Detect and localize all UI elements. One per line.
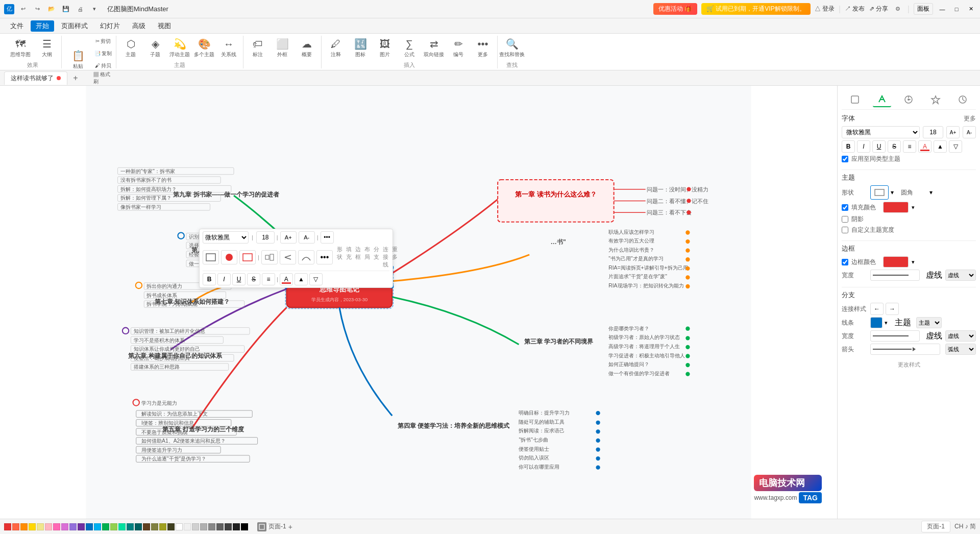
- palette-color-white[interactable]: [176, 523, 183, 530]
- float-align[interactable]: ≡: [262, 273, 275, 285]
- more-insert-button[interactable]: ••• 更多: [472, 36, 494, 60]
- vip-button[interactable]: 🛒 试用已到期，开通VIP解锁限制。: [701, 3, 811, 15]
- menu-page-style[interactable]: 页面样式: [56, 20, 93, 32]
- float-branch[interactable]: [280, 250, 296, 264]
- float-strikethrough[interactable]: S: [247, 273, 260, 285]
- panel-task-icon[interactable]: [899, 92, 918, 107]
- menu-file[interactable]: 文件: [5, 20, 29, 32]
- panel-font-dec[interactable]: A-: [963, 126, 976, 138]
- palette-color-gray[interactable]: [200, 523, 207, 530]
- custom-width-checkbox[interactable]: [842, 227, 848, 233]
- palette-color-yellow[interactable]: [29, 523, 36, 530]
- line-color-swatch[interactable]: [870, 317, 883, 328]
- outline-view-button[interactable]: ☰ 大纲: [36, 36, 58, 60]
- palette-color-olive[interactable]: [151, 523, 158, 530]
- palette-color-blue[interactable]: [86, 523, 93, 530]
- palette-color-darkgreen[interactable]: [167, 523, 175, 530]
- line-color-dropdown[interactable]: ▾: [885, 320, 888, 326]
- line-theme-select[interactable]: 主题: [916, 317, 942, 328]
- maximize-button[interactable]: □: [951, 4, 962, 14]
- float-more[interactable]: •••: [321, 231, 334, 244]
- note-button[interactable]: 🖊 注释: [325, 36, 347, 60]
- fill-color-checkbox[interactable]: [842, 204, 848, 211]
- palette-color-black[interactable]: [241, 523, 248, 530]
- bilink-button[interactable]: ⇄ 双向链接: [423, 36, 445, 60]
- palette-color-red[interactable]: [4, 523, 11, 530]
- paste-button[interactable]: 📋 粘贴: [65, 47, 91, 72]
- panel-favorite-icon[interactable]: [926, 92, 945, 107]
- float-bold[interactable]: B: [203, 273, 216, 285]
- palette-color-khaki[interactable]: [37, 523, 44, 530]
- panel-effect-btn[interactable]: ▽: [949, 140, 962, 153]
- panel-format-icon[interactable]: [846, 92, 864, 107]
- float-border[interactable]: [239, 250, 256, 264]
- float-font-size[interactable]: [256, 231, 275, 244]
- page-add[interactable]: +: [288, 523, 292, 531]
- float-font-dec[interactable]: A-: [299, 231, 315, 244]
- minimize-button[interactable]: —: [937, 4, 947, 14]
- format-paint-button[interactable]: 🖌 持贝: [93, 60, 113, 71]
- border-style-select[interactable]: 虚线: [945, 270, 976, 281]
- close-button[interactable]: ✕: [966, 4, 976, 14]
- find-replace-button[interactable]: 🔍 查找和替换: [501, 36, 523, 60]
- titlebar-print[interactable]: 🖨: [75, 4, 86, 15]
- font-more-link[interactable]: 更多: [964, 114, 976, 123]
- float-triangle[interactable]: ▽: [309, 273, 323, 285]
- tab-add-button[interactable]: +: [69, 72, 82, 84]
- palette-color-orange-red[interactable]: [12, 523, 19, 530]
- number-button[interactable]: ✏ 编号: [447, 36, 470, 60]
- palette-color-mediumpurple[interactable]: [69, 523, 77, 530]
- publish-button[interactable]: ↗ 发布: [845, 5, 865, 13]
- panel-toggle[interactable]: 面板: [914, 3, 933, 15]
- panel-italic[interactable]: I: [857, 140, 870, 153]
- arrow-style-select[interactable]: 弧线: [945, 344, 976, 355]
- panel-time-icon[interactable]: [953, 92, 972, 107]
- palette-color-verydark[interactable]: [225, 523, 232, 530]
- palette-color-orange[interactable]: [20, 523, 28, 530]
- multi-topic-button[interactable]: 🎨 多个主题: [193, 36, 215, 60]
- subtopic-button[interactable]: ◈ 子题: [144, 36, 166, 60]
- panel-font-size[interactable]: [923, 126, 943, 138]
- float-more2[interactable]: •••: [316, 250, 333, 264]
- topic-button[interactable]: ⬡ 主题: [119, 36, 142, 60]
- titlebar-redo[interactable]: ↪: [32, 4, 43, 15]
- palette-color-nearblack[interactable]: [233, 523, 240, 530]
- panel-strikethrough[interactable]: S: [888, 140, 901, 153]
- menu-start[interactable]: 开始: [31, 20, 54, 32]
- panel-style-icon[interactable]: [873, 92, 891, 107]
- mindmap-view-button[interactable]: 🗺 思维导图: [7, 36, 34, 60]
- relation-button[interactable]: ↔ 关系线: [217, 36, 240, 60]
- copy-button[interactable]: 📑 复制: [93, 48, 113, 59]
- float-italic[interactable]: I: [217, 273, 231, 285]
- titlebar-save[interactable]: 💾: [60, 4, 71, 15]
- fill-color-swatch[interactable]: [883, 202, 909, 213]
- float-font-color[interactable]: A: [280, 273, 293, 285]
- apply-theme-checkbox[interactable]: [842, 156, 848, 162]
- mark-button[interactable]: 🏷 标注: [247, 36, 269, 60]
- palette-color-hotpink[interactable]: [53, 523, 60, 530]
- palette-color-green[interactable]: [102, 523, 109, 530]
- float-highlight[interactable]: ▲: [295, 273, 308, 285]
- palette-color-skyblue[interactable]: [94, 523, 101, 530]
- palette-color-purple[interactable]: [78, 523, 85, 530]
- palette-color-darkgray[interactable]: [216, 523, 224, 530]
- palette-color-lightgray1[interactable]: [184, 523, 191, 530]
- fill-dropdown[interactable]: ▾: [912, 204, 915, 211]
- branch-left-btn[interactable]: ←: [870, 303, 884, 315]
- border-dropdown[interactable]: ▾: [912, 259, 915, 265]
- palette-color-lightgreen[interactable]: [110, 523, 117, 530]
- titlebar-open[interactable]: 📂: [46, 4, 57, 15]
- panel-highlight-btn[interactable]: ▲: [934, 140, 947, 153]
- branch-right-btn[interactable]: →: [886, 303, 899, 315]
- font-name-select[interactable]: 微软雅黑: [842, 126, 920, 138]
- float-shape-rect[interactable]: [203, 250, 219, 264]
- login-button[interactable]: △ 登录: [815, 5, 835, 13]
- frame-button[interactable]: ⬜ 外框: [271, 36, 293, 60]
- float-underline[interactable]: U: [232, 273, 246, 285]
- menu-view[interactable]: 视图: [153, 20, 176, 32]
- float-font-select[interactable]: 微软雅黑: [203, 231, 249, 244]
- shape-rect[interactable]: [870, 185, 889, 200]
- panel-bold[interactable]: B: [842, 140, 855, 153]
- float-fill-circle[interactable]: [221, 250, 237, 264]
- panel-align[interactable]: ≡: [903, 140, 916, 153]
